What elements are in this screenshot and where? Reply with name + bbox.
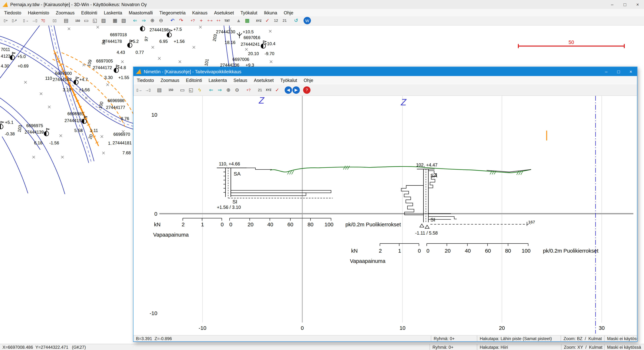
survey-point-icon[interactable] [74, 77, 79, 84]
menu-laskenta[interactable]: Laskenta [205, 78, 230, 83]
print-icon[interactable]: ▤ [155, 86, 164, 94]
section-menubar: TiedostoZoomausEditointiLaskentaSelausAs… [134, 76, 637, 84]
menu-asetukset[interactable]: Asetukset [250, 78, 277, 83]
menu-tiegeometria[interactable]: Tiegeometria [156, 10, 189, 15]
maximize-button[interactable]: □ [618, 0, 631, 9]
zoom-extents-icon[interactable]: ▭ [178, 86, 186, 94]
point-query-icon[interactable]: +? [244, 86, 252, 94]
zoom-window-icon[interactable]: ◱ [91, 16, 99, 25]
symbol-tool-icon[interactable]: ▲ [234, 16, 243, 25]
borehole-2[interactable] [401, 169, 531, 229]
zoom-in-icon[interactable]: ⊕ [148, 16, 156, 25]
menu-hakemisto[interactable]: Hakemisto [25, 10, 52, 15]
zoom-extents-icon[interactable]: ▭ [82, 16, 90, 25]
text-label: +1.55 [118, 75, 129, 80]
previous-section-icon[interactable]: ◀ [284, 86, 292, 94]
next-section-icon[interactable]: ▶ [292, 86, 300, 94]
text-tool-icon[interactable]: TXT [223, 16, 231, 25]
main-titlebar[interactable]: Pernaja.xy.tdw - [Kairausohje] - 3D-Win … [0, 0, 644, 9]
swap-21-icon[interactable]: 21 [280, 16, 289, 25]
zoom-out-icon[interactable]: ⊖ [157, 16, 165, 25]
menu-ikkuna[interactable]: Ikkuna [260, 10, 280, 15]
survey-point-icon[interactable] [10, 52, 15, 60]
scale-150-icon[interactable]: 150 [167, 86, 175, 94]
zoom-next-icon[interactable]: ⇒ [140, 16, 148, 25]
survey-point-icon[interactable] [140, 26, 146, 31]
point-add-icon: + [200, 18, 202, 23]
section-marker-z-1: Z [258, 96, 264, 105]
zoom-in-icon[interactable]: ⊕ [224, 86, 232, 94]
file-read-icon[interactable]: ▯→ [22, 16, 30, 25]
survey-point-icon[interactable] [0, 121, 4, 129]
window-tile-icon[interactable]: ▦ [111, 16, 119, 25]
section-titlebar[interactable]: Nimetön - [Kairausohje] - Taiteviivapoik… [134, 67, 637, 76]
rotate-icon[interactable]: ↺ [292, 16, 300, 25]
close-button[interactable]: × [631, 0, 644, 9]
file-write-icon[interactable]: →▯ [30, 16, 39, 25]
menu-editointi[interactable]: Editointi [183, 78, 205, 83]
menu-zoomaus[interactable]: Zoomaus [157, 78, 182, 83]
grid-cross-icon [68, 28, 70, 30]
window-cascade-icon[interactable]: ▧ [120, 16, 128, 25]
menu-editointi[interactable]: Editointi [78, 10, 100, 15]
menu-työkalut[interactable]: Työkalut [237, 10, 260, 15]
text-label: 5.58 [74, 128, 83, 133]
help-icon[interactable]: ? [303, 86, 310, 94]
menu-ohje[interactable]: Ohje [280, 10, 297, 15]
menu-asetukset[interactable]: Asetukset [211, 10, 237, 15]
menu-ohje[interactable]: Ohje [300, 78, 316, 83]
file-open-icon[interactable]: ▯↗ [10, 16, 18, 25]
zoom-hatch-icon[interactable]: ▨ [100, 16, 108, 25]
survey-point-icon[interactable] [44, 128, 50, 136]
print-icon[interactable]: ▤ [62, 16, 70, 25]
wms-icon[interactable]: W [304, 17, 311, 24]
point-query-icon[interactable]: +? [188, 16, 197, 25]
menu-zoomaus[interactable]: Zoomaus [52, 10, 78, 15]
text-label: -0.38 [5, 131, 15, 136]
zoom-out-icon[interactable]: ⊖ [233, 86, 241, 94]
xyz-toggle-icon[interactable]: XYZ [254, 16, 263, 25]
menu-tiedosto[interactable]: Tiedosto [134, 78, 157, 83]
grid-cross-icon [32, 156, 35, 158]
grid-cross-icon [61, 156, 64, 158]
minimize-button[interactable]: – [600, 67, 612, 76]
grid-cross-icon [192, 46, 195, 49]
menu-kairaus[interactable]: Kairaus [189, 10, 211, 15]
close-button[interactable]: × [625, 67, 637, 76]
zoom-hatch-icon: ▨ [101, 18, 106, 23]
menu-työkalut[interactable]: Työkalut [277, 78, 300, 83]
swap-12-icon[interactable]: 12 [272, 16, 280, 25]
text-label: 109 [86, 59, 92, 67]
validate-icon[interactable]: ✓ [263, 16, 272, 25]
file-write-icon[interactable]: →▯ [144, 86, 152, 94]
validate-icon[interactable]: ✓ [273, 86, 281, 94]
point-move-icon[interactable]: +⇢ [206, 16, 214, 25]
statusbar-mask: Maski ei käytössä [604, 344, 644, 350]
scale-150-icon[interactable]: 150 [74, 16, 82, 25]
maximize-button[interactable]: □ [612, 67, 625, 76]
point-copy-icon[interactable]: ++ [214, 16, 222, 25]
file-info-icon[interactable]: ?▯ [39, 16, 47, 25]
file-read-icon[interactable]: ▯→ [135, 86, 144, 94]
undo-icon[interactable]: ↶ [168, 16, 177, 25]
copy-icon[interactable]: ▯▯ [50, 16, 59, 25]
area-tool-icon[interactable]: ▩ [243, 16, 251, 25]
section-plot[interactable]: ZZ100-10-100102030110, +4.66SASI+1.56 / … [134, 96, 637, 335]
zoom-previous-icon[interactable]: ⇐ [131, 16, 139, 25]
zoom-window-icon[interactable]: ◱ [187, 86, 195, 94]
minimize-button[interactable]: – [606, 0, 619, 9]
redo-icon[interactable]: ↷ [177, 16, 185, 25]
menu-maastomalli[interactable]: Maastomalli [126, 10, 156, 15]
xyz-toggle-icon[interactable]: XYZ [264, 86, 273, 94]
file-new-icon[interactable]: ▯+ [2, 16, 10, 25]
statusbar-zoom-mode: Zoom: BZ / Kulmat [560, 335, 604, 341]
zoom-next-icon[interactable]: ⇒ [216, 86, 224, 94]
point-add-icon[interactable]: + [197, 16, 206, 25]
zoom-previous-icon[interactable]: ⇐ [207, 86, 215, 94]
zoom-flash-icon[interactable]: ϟ [196, 86, 204, 94]
menu-tiedosto[interactable]: Tiedosto [1, 10, 25, 15]
menu-selaus[interactable]: Selaus [230, 78, 250, 83]
menu-laskenta[interactable]: Laskenta [100, 10, 126, 15]
text-label: 6696975 [26, 123, 43, 128]
swap-21-icon[interactable]: 21 [256, 86, 264, 94]
